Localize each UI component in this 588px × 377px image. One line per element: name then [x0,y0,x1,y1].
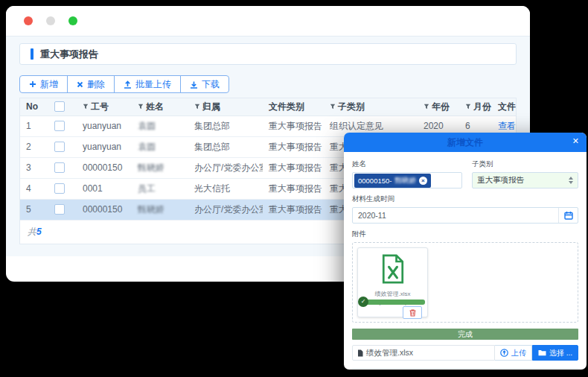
col-header-year[interactable]: 年份 [418,98,459,115]
page-title: 重大事项报告 [40,48,98,61]
table-header-row: No 工号 姓名 归属 文件类别 子类别 年份 月份 文件 [20,98,516,115]
upload-file-button[interactable]: 上传 [495,345,532,361]
upload-progress-bar [360,300,425,305]
filter-icon[interactable] [83,101,89,112]
subcategory-field-label: 子类别 [472,159,578,169]
view-file-link[interactable]: 查看 [498,121,516,131]
close-icon[interactable]: ✕ [572,136,579,146]
row-checkbox[interactable] [54,183,65,194]
minimize-window-button[interactable] [46,16,55,25]
window-titlebar [6,6,530,36]
document-icon [357,349,363,357]
excel-file-icon [380,254,406,284]
date-field-label: 材料生成时间 [352,194,578,204]
download-icon [190,80,198,89]
row-checkbox[interactable] [54,204,65,215]
page-title-panel: 重大事项报告 [19,43,517,65]
remove-tag-icon[interactable]: × [419,177,427,185]
calendar-icon[interactable] [558,208,578,223]
redacted-name: 袁圆 [138,142,156,152]
modal-title: 新增文件 [344,136,587,149]
download-button[interactable]: 下载 [180,75,229,93]
subcategory-select[interactable]: 重大事项报告 [472,172,578,188]
x-icon [77,81,83,88]
attachment-field-label: 附件 [352,229,578,239]
col-header-org[interactable]: 归属 [188,98,263,115]
row-checkbox[interactable] [54,162,65,173]
batch-upload-button[interactable]: 批量上传 [114,75,181,93]
filter-icon[interactable] [194,101,200,112]
col-header-category: 文件类别 [263,98,324,115]
uploaded-filename: 绩效管理.xlsx [358,290,427,298]
maximize-window-button[interactable] [68,16,77,25]
redacted-name: 员工 [138,183,156,194]
redacted-name: 甄晓娇 [138,204,164,215]
row-checkbox[interactable] [54,142,65,152]
name-input[interactable]: 00000150-甄晓娇 × [352,172,462,188]
select-spinner-icon [569,177,573,184]
circle-upload-icon [500,349,508,357]
add-file-modal: 新增文件 ✕ 姓名 00000150-甄晓娇 × 子类别 重 [344,133,587,370]
date-input[interactable]: 2020-11 [352,207,578,224]
title-accent-bar [31,48,33,60]
col-header-month[interactable]: 月份 [459,98,492,115]
close-window-button[interactable] [24,16,33,25]
row-checkbox[interactable] [54,121,65,131]
upload-icon [124,80,132,89]
uploaded-file-card: 绩效管理.xlsx (14.58 KB) ✓ [357,247,428,317]
redacted-name: 甄晓娇 [394,176,416,186]
name-field-label: 姓名 [352,159,462,169]
modal-body: 姓名 00000150-甄晓娇 × 子类别 重大事项报告 [344,152,587,370]
redacted-name: 甄晓娇 [138,162,164,173]
redacted-name: 袁圆 [138,121,156,131]
filter-icon[interactable] [465,101,471,112]
name-tag: 00000150-甄晓娇 × [354,174,431,188]
folder-icon [538,349,546,356]
add-button[interactable]: 新增 [19,75,68,93]
col-header-checkbox [48,98,77,115]
upload-complete-bar: 完成 [352,329,578,340]
col-header-no: No [20,98,48,115]
attachment-dropzone[interactable]: 绩效管理.xlsx (14.58 KB) ✓ [352,242,578,323]
delete-file-button[interactable] [403,306,422,319]
table-toolbar: 新增 删除 批量上传 下载 [19,75,229,93]
delete-button[interactable]: 删除 [67,75,115,93]
plus-icon [29,80,36,88]
col-header-subcategory[interactable]: 子类别 [324,98,418,115]
file-path-input[interactable]: 绩效管理.xlsx [352,345,495,361]
trash-icon [409,309,416,317]
col-header-name[interactable]: 姓名 [132,98,188,115]
screenshot-stage: 重大事项报告 新增 删除 批量上传 下载 [0,0,588,377]
check-icon: ✓ [358,297,368,307]
modal-footer: 确定 ↺ 取消 [352,368,578,370]
col-header-empid[interactable]: 工号 [77,98,132,115]
choose-file-button[interactable]: 选择 ... [532,345,578,361]
modal-header: 新增文件 ✕ [344,133,587,152]
col-header-file: 文件 [492,98,516,115]
filter-icon[interactable] [424,101,429,112]
filter-icon[interactable] [330,101,336,112]
select-all-checkbox[interactable] [54,101,65,112]
filter-icon[interactable] [138,101,144,112]
